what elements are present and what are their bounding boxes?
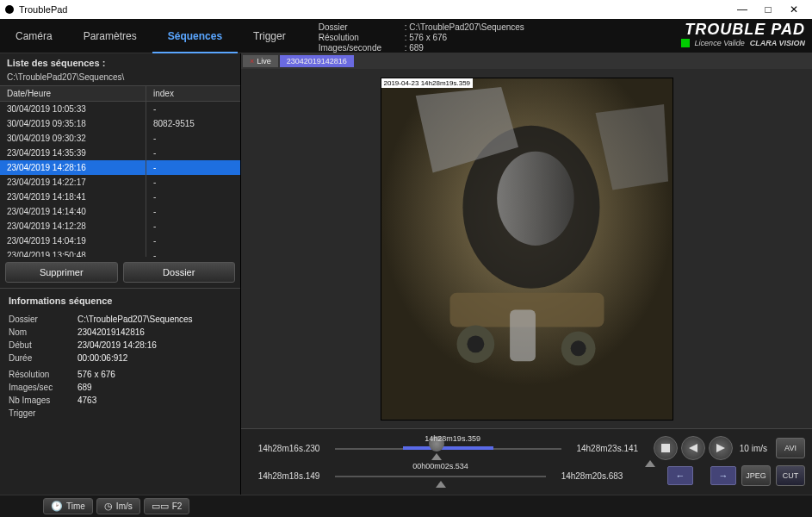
table-row[interactable]: 30/04/2019 10:05:33- — [0, 102, 240, 116]
sequence-list-title: Liste des séquences : — [0, 53, 240, 72]
info-row: Trigger — [9, 407, 232, 420]
gauge-icon: ◷ — [104, 501, 113, 512]
info-row: Nb Images4763 — [9, 394, 232, 407]
step-back-button[interactable]: ← — [667, 466, 693, 485]
tl2-marker[interactable] — [436, 481, 446, 488]
tl1-start: 14h28m16s.230 — [248, 444, 330, 453]
tl1-mid: 14h28m19s.359 — [425, 434, 480, 443]
app-icon — [5, 5, 14, 14]
info-row: Durée00:00:06:912 — [9, 352, 232, 364]
viewer-tab-sequence[interactable]: 23042019142816 — [280, 55, 354, 67]
fps-label: Images/seconde — [319, 43, 405, 53]
sidebar: Liste des séquences : C:\TroublePad207\S… — [0, 53, 241, 495]
close-button[interactable]: ✕ — [781, 3, 807, 16]
camera-image — [381, 78, 673, 420]
play-forward-button[interactable] — [709, 436, 733, 460]
licence-text: Licence Valide — [695, 39, 745, 47]
export-avi-button[interactable]: AVI — [776, 438, 805, 458]
rate-marker[interactable] — [645, 460, 655, 467]
sequence-table: Date/Heure index 30/04/2019 10:05:33-30/… — [0, 85, 240, 257]
col-datetime[interactable]: Date/Heure — [0, 86, 146, 101]
stop-button[interactable] — [654, 436, 678, 460]
brand-block: TROUBLE PAD Licence Valide CLARA VISION — [681, 19, 812, 53]
cut-button[interactable]: CUT — [776, 465, 805, 486]
tab-séquences[interactable]: Séquences — [152, 19, 238, 53]
sequence-info: Informations séquence DossierC:\TroubleP… — [0, 288, 240, 495]
playback-rate: 10 im/s — [736, 444, 771, 453]
table-row[interactable]: 23/04/2019 14:14:40- — [0, 204, 240, 219]
sequence-rows[interactable]: 30/04/2019 10:05:33-30/04/2019 09:35:188… — [0, 102, 240, 257]
f2-button[interactable]: ▭▭F2 — [144, 498, 190, 514]
svg-point-2 — [497, 151, 573, 245]
image-frame[interactable]: 2019-04-23 14h28m19s.359 — [381, 78, 673, 420]
info-row: Début23/04/2019 14:28:16 — [9, 339, 232, 352]
info-title: Informations séquence — [9, 296, 232, 306]
table-row[interactable]: 23/04/2019 13:50:48- — [0, 248, 240, 257]
svg-point-7 — [570, 340, 586, 356]
window-titlebar: TroublePad — □ ✕ — [0, 0, 812, 19]
info-row: Images/sec689 — [9, 381, 232, 394]
export-jpeg-button[interactable]: JPEG — [741, 465, 771, 486]
table-row[interactable]: 23/04/2019 14:22:17- — [0, 175, 240, 190]
resolution-label: Résolution — [319, 33, 405, 43]
close-icon[interactable]: × — [250, 57, 254, 65]
col-index[interactable]: index — [146, 86, 220, 101]
svg-rect-10 — [510, 309, 536, 361]
maximize-button[interactable]: □ — [755, 3, 781, 16]
svg-marker-13 — [716, 444, 725, 452]
table-row[interactable]: 23/04/2019 14:28:16- — [0, 160, 240, 175]
time-mode-button[interactable]: 🕑Time — [43, 498, 93, 514]
minimize-button[interactable]: — — [729, 3, 755, 16]
table-row[interactable]: 23/04/2019 14:12:28- — [0, 219, 240, 234]
table-row[interactable]: 30/04/2019 09:30:32- — [0, 131, 240, 146]
viewer-tabs: ×Live 23042019142816 — [241, 53, 812, 69]
tl1-end: 14h28m23s.141 — [567, 444, 648, 453]
folder-button[interactable]: Dossier — [123, 262, 236, 283]
licence-indicator-icon — [681, 39, 690, 47]
svg-rect-11 — [661, 444, 670, 452]
screens-icon: ▭▭ — [152, 501, 169, 512]
tl1-track[interactable]: 14h28m19s.359 — [335, 436, 561, 460]
tl2-track[interactable]: 00h00m02s.534 — [335, 464, 546, 488]
tab-trigger[interactable]: Trigger — [238, 19, 301, 53]
step-forward-button[interactable]: → — [710, 466, 736, 485]
table-row[interactable]: 23/04/2019 14:35:39- — [0, 146, 240, 160]
company-name: CLARA VISION — [750, 39, 805, 47]
bottom-toolbar: 🕑Time ◷Im/s ▭▭F2 — [0, 495, 812, 517]
table-row[interactable]: 30/04/2019 09:35:188082-9515 — [0, 116, 240, 131]
info-row: Nom23042019142816 — [9, 326, 232, 339]
svg-marker-12 — [689, 444, 697, 452]
timestamp-overlay: 2019-04-23 14h28m19s.359 — [381, 78, 474, 88]
ims-mode-button[interactable]: ◷Im/s — [96, 498, 140, 514]
sequence-list-path: C:\TroublePad207\Sequences\ — [0, 72, 240, 85]
info-row: Résolution576 x 676 — [9, 368, 232, 381]
window-title: TroublePad — [19, 4, 729, 15]
viewer-tab-live[interactable]: ×Live — [243, 55, 278, 67]
clock-icon: 🕑 — [51, 501, 63, 512]
tab-paramètres[interactable]: Paramètres — [68, 19, 152, 53]
timeline: 14h28m16s.230 14h28m19s.359 14h28m23s.14… — [241, 428, 812, 495]
header-info: Dossier: C:\TroublePad207\Sequences Réso… — [301, 19, 681, 53]
brand-name: TROUBLE PAD — [685, 21, 805, 39]
tl1-marker[interactable] — [431, 453, 442, 460]
tl2-start: 14h28m18s.149 — [248, 471, 330, 481]
tl2-end: 14h28m20s.683 — [551, 471, 633, 481]
viewer-panel: ×Live 23042019142816 2019-04-23 14h28m19… — [241, 53, 812, 495]
main-tabs: CaméraParamètresSéquencesTrigger — [0, 19, 301, 53]
delete-button[interactable]: Supprimer — [5, 262, 118, 283]
table-row[interactable]: 23/04/2019 14:18:41- — [0, 190, 240, 204]
svg-point-5 — [467, 335, 484, 352]
tl2-mid: 00h00m02s.534 — [412, 462, 468, 470]
info-row: DossierC:\TroublePad207\Sequences — [9, 313, 232, 326]
table-row[interactable]: 23/04/2019 14:04:19- — [0, 234, 240, 248]
app-header: CaméraParamètresSéquencesTrigger Dossier… — [0, 19, 812, 53]
dossier-label: Dossier — [319, 22, 405, 33]
play-back-button[interactable] — [681, 436, 705, 460]
tab-caméra[interactable]: Caméra — [0, 19, 68, 53]
dossier-value: : C:\TroublePad207\Sequences — [405, 22, 524, 33]
